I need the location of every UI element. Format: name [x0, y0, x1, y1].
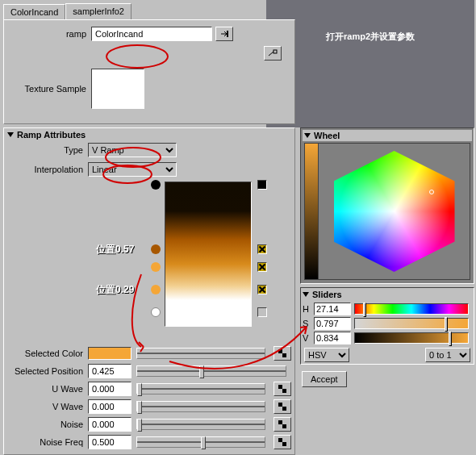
selected-position-slider[interactable] [136, 365, 286, 377]
accept-label: Accept [311, 374, 338, 384]
accept-button[interactable]: Accept [302, 371, 347, 387]
svg-rect-11 [282, 442, 286, 446]
texture-sample-label: Texture Sample [10, 84, 91, 94]
noise-slider[interactable] [136, 419, 265, 430]
x-icon [258, 245, 266, 253]
noise-input[interactable] [88, 417, 132, 432]
ramp-handle-0425[interactable] [151, 262, 161, 272]
tab-label: samplerInfo2 [73, 6, 124, 16]
selected-color-swatch[interactable] [88, 347, 132, 360]
noise-map-button[interactable] [273, 417, 291, 432]
ramp-attributes-section: Ramp Attributes Type V Ramp Interpolatio… [3, 127, 295, 455]
vwave-input[interactable] [88, 399, 132, 414]
svg-rect-8 [278, 420, 282, 424]
ramp-delete-0425[interactable] [257, 262, 267, 272]
sliders-section: Sliders H S V HSV 0 to 1 [300, 287, 474, 365]
checker-icon [278, 420, 286, 428]
left-column: ColorIncand samplerInfo2 ramp Texture Sa… [0, 0, 299, 455]
noisefreq-slider[interactable] [136, 436, 265, 448]
uwave-slider[interactable] [136, 383, 265, 394]
v-slider[interactable] [354, 332, 469, 344]
arrow-icon [219, 30, 229, 38]
svg-rect-4 [278, 385, 282, 389]
ramp-nav-button[interactable] [215, 27, 233, 41]
collapse-icon [303, 292, 309, 297]
ramp-create-button[interactable] [264, 46, 282, 61]
s-input[interactable] [314, 317, 351, 330]
svg-rect-7 [282, 407, 286, 411]
vwave-slider[interactable] [136, 401, 265, 412]
ramp-gradient-widget[interactable]: 位置0.57 位置0.29 [7, 182, 291, 343]
noise-label: Noise [7, 420, 88, 429]
s-slider[interactable] [354, 318, 469, 329]
ramp-gradient-strip[interactable] [165, 182, 252, 327]
checker-icon [278, 385, 286, 393]
selected-color-map-button[interactable] [273, 346, 291, 361]
ramp-handle-057[interactable] [151, 244, 161, 254]
ramp-name-input[interactable] [91, 27, 212, 41]
color-picker-panel: Wheel Sliders H S V [300, 127, 474, 389]
interp-label: Interpolation [7, 165, 88, 174]
ramp-handle-bottom[interactable] [151, 307, 161, 317]
vwave-map-button[interactable] [273, 399, 291, 414]
sliders-title: Sliders [312, 290, 342, 299]
selected-color-label: Selected Color [7, 349, 88, 358]
uwave-input[interactable] [88, 382, 132, 396]
svg-rect-2 [278, 349, 282, 353]
interp-dropdown[interactable]: Linear [88, 162, 177, 177]
sliders-header[interactable]: Sliders [303, 290, 472, 299]
h-input[interactable] [314, 303, 351, 315]
collapse-icon [304, 133, 311, 138]
v-label: V [303, 333, 314, 343]
ramp-delete-057[interactable] [257, 244, 267, 254]
wheel-section: Wheel [300, 127, 474, 284]
wheel-title: Wheel [314, 131, 340, 140]
s-label: S [303, 319, 314, 328]
annotation-pos-029: 位置0.29 [96, 283, 134, 297]
section-title: Ramp Attributes [17, 130, 86, 140]
selected-position-input[interactable] [88, 364, 132, 378]
value-strip[interactable] [304, 143, 319, 280]
checker-icon [278, 349, 286, 357]
new-node-icon [268, 49, 278, 57]
color-hexagon[interactable] [334, 151, 455, 272]
h-slider[interactable] [354, 303, 469, 315]
uwave-label: U Wave [7, 384, 88, 394]
noisefreq-map-button[interactable] [273, 435, 291, 449]
uwave-map-button[interactable] [273, 382, 291, 396]
tab-samplerinfo2[interactable]: samplerInfo2 [65, 3, 132, 19]
svg-rect-10 [278, 438, 282, 442]
h-label: H [303, 304, 314, 314]
tab-body: ramp Texture Sample [3, 19, 295, 124]
type-label: Type [7, 145, 88, 155]
ramp-delete-bottom[interactable] [257, 307, 267, 317]
collapse-icon [7, 132, 14, 137]
selected-color-slider[interactable] [136, 348, 265, 359]
svg-rect-6 [278, 403, 282, 407]
ramp-handle-top[interactable] [151, 180, 161, 190]
checker-icon [278, 438, 286, 446]
section-header-ramp-attrs[interactable]: Ramp Attributes [7, 130, 291, 140]
svg-rect-1 [273, 50, 277, 53]
color-wheel-area[interactable] [319, 143, 470, 280]
ramp-delete-top[interactable] [257, 180, 267, 190]
ramp-handle-029[interactable] [151, 285, 161, 294]
annotation-pos-057: 位置0.57 [96, 243, 134, 257]
x-icon [258, 263, 266, 271]
tab-strip: ColorIncand samplerInfo2 [3, 3, 299, 19]
tab-label: ColorIncand [10, 7, 58, 17]
color-mode-dropdown[interactable]: HSV [304, 348, 349, 362]
type-dropdown[interactable]: V Ramp [88, 143, 177, 157]
selected-position-label: Selected Position [7, 366, 88, 376]
color-range-dropdown[interactable]: 0 to 1 [425, 348, 470, 362]
ramp-delete-029[interactable] [257, 285, 267, 294]
color-wheel-marker[interactable] [429, 190, 434, 194]
v-input[interactable] [314, 332, 351, 344]
tab-colorincand[interactable]: ColorIncand [3, 4, 65, 20]
noisefreq-input[interactable] [88, 435, 132, 449]
vwave-label: V Wave [7, 402, 88, 411]
ramp-field-label: ramp [10, 29, 91, 39]
svg-rect-0 [227, 31, 228, 37]
x-icon [258, 286, 266, 294]
wheel-header[interactable]: Wheel [303, 130, 472, 141]
